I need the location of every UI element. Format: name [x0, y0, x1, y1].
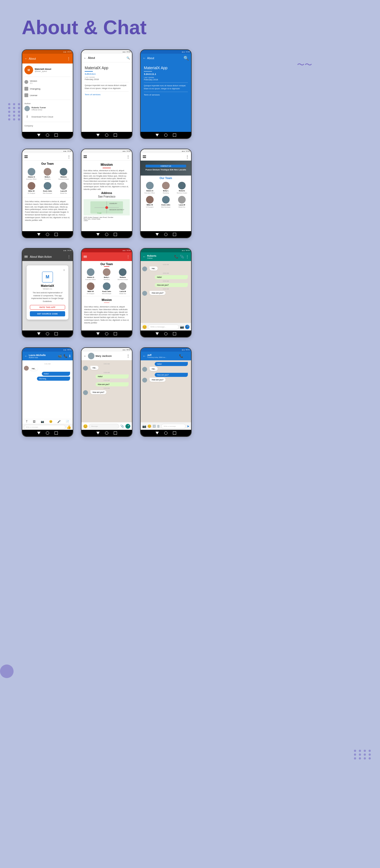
attachment-icon[interactable]: 📎: [180, 255, 184, 258]
mic-btn-mary[interactable]: 🎤: [125, 424, 130, 429]
download-icon: ⬇: [24, 114, 30, 119]
back-arrow-icon-2[interactable]: ←: [84, 56, 87, 60]
team-grid-r2p1: Adams GExecutive Officer Betty LMarketin…: [22, 166, 73, 196]
back-arrow-r4p1[interactable]: ←: [24, 354, 28, 358]
back-arrow-icon[interactable]: ←: [24, 57, 28, 61]
emoji-icon-mary[interactable]: 😊: [83, 424, 88, 428]
body-text-r2p1: Duis tellus metus, elementum a lectus id…: [22, 198, 73, 223]
nav-home-icon-3[interactable]: [164, 133, 168, 137]
toolbar-emoji-icon[interactable]: 😊: [49, 420, 52, 423]
add-user-icon[interactable]: 👤: [185, 354, 189, 358]
hamburger-r3p2[interactable]: [84, 256, 87, 258]
mary-chat-avatar-2: [83, 390, 88, 395]
send-icon-jeff[interactable]: ➤: [187, 424, 189, 428]
more-icon-r3p3[interactable]: ⋮: [186, 255, 189, 258]
terms-2[interactable]: Term of services: [85, 93, 129, 96]
back-arrow-r4p2[interactable]: ←: [84, 354, 87, 358]
download-label[interactable]: Download From Cloud: [31, 116, 53, 118]
mary-msg-how: How are you?: [95, 382, 129, 386]
more-menu-r2p1[interactable]: ⋮: [67, 155, 70, 159]
hamburger-r2p2[interactable]: [84, 155, 87, 158]
more-r4p2[interactable]: ⋮: [126, 354, 130, 358]
phone-mission: ▲▲ 14:28 ⋮ Mission Duis tellus metus, el…: [81, 149, 133, 238]
mary-input-placeholder[interactable]: Message: [91, 426, 98, 427]
hamburger-r2p3[interactable]: [143, 155, 146, 158]
attach-icon-mary[interactable]: 📎: [120, 424, 124, 428]
laura-msg-morning: Morning..: [37, 377, 70, 381]
mary-avatar-header: [88, 353, 94, 359]
hamburger-menu[interactable]: [24, 155, 28, 158]
emoji-icon-jeff[interactable]: 😊: [147, 424, 151, 428]
nav-home-icon[interactable]: [46, 133, 49, 137]
nav-bar-r3p2: [82, 331, 132, 337]
nav-home-icon-2[interactable]: [105, 133, 108, 137]
input-placeholder: Write a message...: [150, 326, 166, 328]
more-r3p1[interactable]: ⋮: [67, 255, 70, 258]
status-time-r4p3: 09:51: [186, 349, 190, 350]
contact-btn[interactable]: CONTACT US: [145, 165, 186, 167]
camera-icon[interactable]: 📷: [180, 325, 184, 329]
toolbar-text-icon[interactable]: T: [26, 420, 27, 423]
toolbar-img-icon[interactable]: 🖼: [33, 420, 35, 423]
changelog-item[interactable]: Changelog: [30, 88, 40, 90]
more-r2p2[interactable]: ⋮: [126, 155, 130, 159]
license-item[interactable]: License: [30, 94, 37, 97]
close-dialog-icon[interactable]: ✕: [30, 269, 65, 272]
jeff-avatar-2: [142, 378, 147, 382]
toolbar-cam-icon[interactable]: 📷: [41, 420, 44, 423]
chat-input[interactable]: Write a message...: [148, 324, 179, 330]
more-menu-icon[interactable]: ⋮: [67, 56, 70, 61]
more-r3p2[interactable]: ⋮: [126, 255, 130, 258]
nav-back-icon-2[interactable]: [96, 134, 99, 136]
toolbar-file-icon[interactable]: 📄: [66, 420, 69, 423]
call-icon-r4p1[interactable]: 📞: [63, 354, 67, 358]
about-dialog: ✕ M MaterialX Version 2.1 The best andro…: [27, 266, 68, 320]
call-icon[interactable]: 📞: [174, 255, 178, 258]
search-icon-2[interactable]: 🔍: [126, 56, 130, 59]
call-icon-jeff[interactable]: 📞: [179, 354, 183, 358]
toolbar-mic-icon[interactable]: 🎤: [57, 420, 61, 423]
dialog-version: Version 2.1: [30, 288, 65, 290]
camera-icon-jeff[interactable]: 📷: [142, 424, 146, 428]
like-btn[interactable]: 👍: [66, 425, 71, 429]
trash-icon-jeff[interactable]: 🗑: [157, 424, 160, 428]
mission-text-r3p2: Duis tellus metus, elementum a lectus id…: [82, 304, 132, 326]
jeff-input-placeholder[interactable]: Write a message: [164, 426, 176, 427]
chat-ts-2: 9:50 AM: [142, 272, 189, 274]
nav-bar-r4p2: [82, 430, 132, 436]
city-name: San Francisco: [84, 195, 130, 198]
info-icon-r4p1[interactable]: ℹ: [69, 354, 70, 358]
phone-about-orange: ▲▲ 14:27 ← About ⋮ M MaterialX About @te…: [22, 50, 73, 139]
back-arrow-icon-3[interactable]: ←: [143, 56, 146, 60]
status-time-3: 14:28: [186, 51, 190, 53]
mission-title: Mission: [84, 163, 130, 166]
status-time-r2p1: 14:28: [67, 150, 71, 152]
phone-chat-jeff: ▲▲ 09:51 ← Jeff Traveling today. BBM me.…: [140, 347, 192, 437]
nav-recent-icon-2[interactable]: [114, 133, 117, 137]
author-avatar: [24, 106, 30, 111]
emoji-icon[interactable]: 😊: [142, 325, 147, 329]
laura-msg-hello: Hello!: [42, 372, 70, 376]
search-icon-3[interactable]: 🔍: [183, 56, 189, 61]
mission-title-r3p2: Mission: [82, 298, 132, 303]
app-icon: M: [24, 66, 33, 74]
terms-3[interactable]: Term of services: [144, 94, 188, 96]
rate-btn[interactable]: RATE THIS APP: [30, 305, 65, 310]
more-r2p3[interactable]: ⋮: [186, 155, 189, 159]
laura-input-placeholder[interactable]: Write a message...: [26, 426, 39, 428]
mic-icon[interactable]: 🎤: [185, 325, 189, 329]
video-icon-r4p1[interactable]: 📹: [58, 354, 62, 358]
status-time-r4p1: 09:51: [67, 349, 71, 350]
hamburger-r3p1[interactable]: [24, 256, 28, 258]
nav-back-icon[interactable]: [37, 134, 40, 136]
back-arrow-r4p3[interactable]: ←: [143, 354, 146, 358]
gallery-icon-jeff[interactable]: 🖼: [152, 424, 156, 428]
description-3: Quisque imperdiet nunc at massa dictum v…: [144, 84, 188, 90]
nav-recent-icon-3[interactable]: [173, 133, 176, 137]
nav-back-icon-3[interactable]: [155, 134, 159, 136]
back-arrow-r3p3[interactable]: ←: [143, 255, 146, 258]
nav-recent-icon[interactable]: [55, 133, 58, 137]
author-role: Official Drew: [31, 109, 46, 111]
status-time-r2p3: 14:28: [186, 150, 190, 152]
source-btn[interactable]: GET SOURCE CODE: [30, 311, 65, 316]
